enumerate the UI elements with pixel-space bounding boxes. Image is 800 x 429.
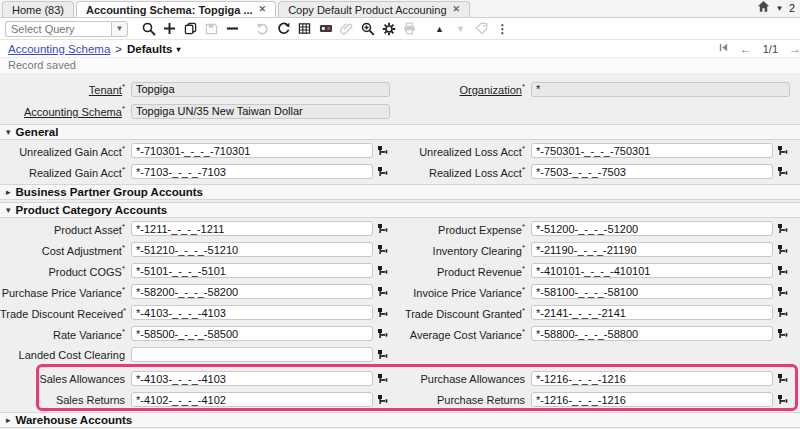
section-title: Business Partner Group Accounts — [16, 186, 203, 198]
account-input[interactable] — [531, 326, 773, 341]
save-icon[interactable] — [203, 20, 220, 37]
account-input[interactable] — [531, 164, 773, 179]
account-combination-icon[interactable] — [375, 305, 390, 320]
account-input[interactable] — [531, 284, 773, 299]
required-marker: * — [122, 104, 125, 113]
tab-copy-default-product-accounting[interactable]: Copy Default Product Accouning ✕ — [278, 1, 470, 17]
account-input[interactable] — [131, 242, 373, 257]
required-marker: * — [522, 222, 525, 231]
section-header-general[interactable]: ▾ General — [0, 124, 800, 140]
grid-toggle-icon[interactable] — [296, 20, 313, 37]
account-combination-icon[interactable] — [375, 143, 390, 158]
section-header-product-category-accounts[interactable]: ▾ Product Category Accounts — [0, 202, 800, 218]
form-row: Realized Gain Acct* Realized Loss Acct* — [0, 161, 800, 182]
new-record-icon[interactable] — [161, 20, 178, 37]
field-label[interactable]: Tenant* — [0, 82, 131, 96]
more-options-icon[interactable]: ⋮ — [494, 20, 511, 37]
find-icon[interactable] — [140, 20, 157, 37]
account-combination-icon[interactable] — [775, 371, 790, 386]
status-bar: Record saved — [0, 58, 800, 73]
account-input[interactable] — [131, 221, 373, 236]
account-combination-icon[interactable] — [775, 284, 790, 299]
account-input[interactable] — [131, 392, 373, 407]
account-combination-icon[interactable] — [775, 392, 790, 407]
accounting-schema-defaults-form: Tenant* Organization* Accounting Schema*… — [0, 73, 800, 429]
chevron-down-icon[interactable]: ▾ — [777, 3, 782, 13]
field-label[interactable]: Organization* — [400, 82, 531, 96]
account-combination-icon[interactable] — [775, 143, 790, 158]
print-icon[interactable] — [401, 20, 418, 37]
tenant-input[interactable] — [131, 82, 390, 97]
section-header-warehouse-accounts[interactable]: ▸ Warehouse Accounts — [0, 412, 800, 428]
account-input[interactable] — [531, 392, 773, 407]
account-input[interactable] — [531, 221, 773, 236]
form-row: Unrealized Gain Acct* Unrealized Loss Ac… — [0, 140, 800, 161]
tab-home[interactable]: Home (83) — [2, 1, 74, 17]
account-combination-icon[interactable] — [375, 326, 390, 341]
account-combination-icon[interactable] — [775, 326, 790, 341]
account-combination-icon[interactable] — [775, 305, 790, 320]
account-input[interactable] — [531, 305, 773, 320]
account-combination-icon[interactable] — [375, 392, 390, 407]
account-input[interactable] — [131, 326, 373, 341]
refresh-icon[interactable] — [275, 20, 292, 37]
account-combination-icon[interactable] — [375, 371, 390, 386]
account-input[interactable] — [531, 371, 773, 386]
close-icon[interactable]: ✕ — [453, 5, 461, 14]
form-row: Landed Cost Clearing — [0, 344, 800, 365]
process-gear-icon[interactable] — [380, 20, 397, 37]
account-combination-icon[interactable] — [775, 263, 790, 278]
detail-record-icon[interactable]: ▼ — [452, 20, 469, 37]
account-field: Realized Gain Acct* — [0, 164, 400, 179]
account-combination-icon[interactable] — [775, 164, 790, 179]
account-combination-icon[interactable] — [375, 347, 390, 362]
select-query-input[interactable] — [5, 21, 111, 37]
close-icon[interactable]: ✕ — [259, 5, 267, 14]
field-label[interactable]: Accounting Schema* — [0, 104, 131, 118]
parent-record-icon[interactable]: ▲ — [431, 20, 448, 37]
quick-form-icon[interactable] — [317, 20, 334, 37]
account-input[interactable] — [131, 305, 373, 320]
chevron-down-icon: ▾ — [176, 45, 180, 54]
open-windows-count: 2 — [789, 2, 795, 14]
account-combination-icon[interactable] — [375, 164, 390, 179]
account-input[interactable] — [531, 263, 773, 278]
account-input[interactable] — [131, 164, 373, 179]
accounting-schema-input[interactable] — [131, 104, 390, 119]
account-combination-icon[interactable] — [775, 242, 790, 257]
copy-record-icon[interactable] — [182, 20, 199, 37]
select-query-dropdown-icon[interactable]: ▼ — [111, 21, 128, 37]
account-combination-icon[interactable] — [775, 221, 790, 236]
account-field: Invoice Price Variance* — [400, 284, 800, 299]
account-input[interactable] — [531, 143, 773, 158]
home-icon[interactable] — [757, 0, 770, 15]
undo-icon[interactable] — [254, 20, 271, 37]
attachment-icon[interactable] — [338, 20, 355, 37]
breadcrumb-parent-link[interactable]: Accounting Schema — [8, 43, 110, 55]
next-record-icon[interactable]: → — [789, 42, 800, 56]
form-row: Accounting Schema* — [0, 100, 800, 122]
tab-accounting-schema[interactable]: Accounting Schema: Topgiga ... ✕ — [76, 1, 276, 17]
account-combination-icon[interactable] — [375, 242, 390, 257]
tab-label: Copy Default Product Accouning — [288, 4, 446, 16]
account-input[interactable] — [131, 371, 373, 386]
account-input[interactable] — [531, 242, 773, 257]
account-input[interactable] — [131, 284, 373, 299]
account-combination-icon[interactable] — [375, 263, 390, 278]
breadcrumb-current[interactable]: Defaults ▾ — [127, 43, 180, 55]
first-record-icon[interactable] — [718, 42, 729, 56]
account-field: Product Expense* — [400, 221, 800, 236]
zoom-across-icon[interactable] — [359, 20, 376, 37]
account-input[interactable] — [131, 143, 373, 158]
organization-input[interactable] — [531, 82, 790, 97]
field-label: Inventory Clearing* — [400, 243, 531, 257]
label-tag-icon[interactable] — [473, 20, 490, 37]
delete-record-icon[interactable] — [224, 20, 241, 37]
previous-record-icon[interactable]: ← — [740, 42, 752, 56]
form-row: Sales Allowances Purchase Allowances — [0, 368, 800, 389]
account-combination-icon[interactable] — [375, 284, 390, 299]
section-header-bp-group-accounts[interactable]: ▸ Business Partner Group Accounts — [0, 184, 800, 200]
account-combination-icon[interactable] — [375, 221, 390, 236]
account-input[interactable] — [131, 263, 373, 278]
account-input[interactable] — [131, 347, 373, 362]
